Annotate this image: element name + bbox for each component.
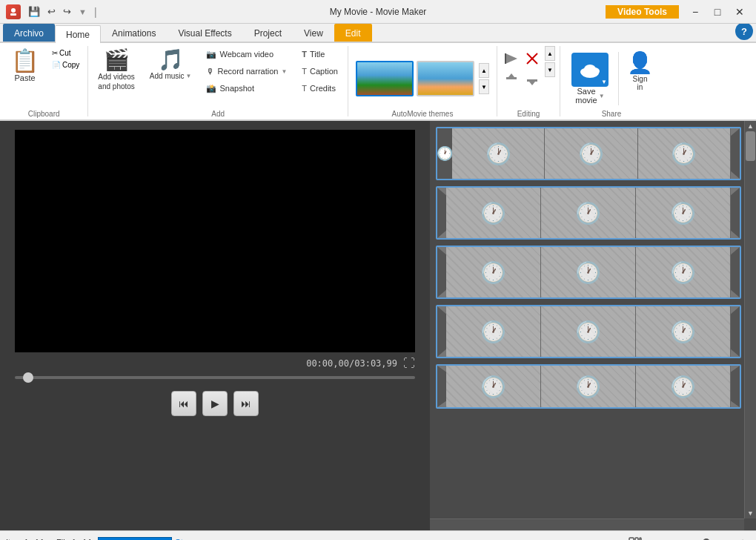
preview-area: 00:00,00/03:03,99 ⛶ ⏮ ▶ ⏭ <box>0 121 430 530</box>
themes-scroll-down[interactable]: ▼ <box>479 79 489 94</box>
narration-dropdown[interactable]: ▼ <box>281 68 287 75</box>
add-videos-icon: 🎬 <box>104 50 130 70</box>
save-to-cloud-button[interactable]: Save movie ▼ <box>565 49 615 108</box>
add-music-button[interactable]: 🎵 Add music ▼ <box>145 46 197 84</box>
editing-move-up-button[interactable] <box>502 70 521 89</box>
automovie-group-label: AutoMovie themes <box>348 108 497 119</box>
scroll-thumb[interactable] <box>746 131 755 161</box>
credits-icon: T <box>302 84 307 93</box>
editing-move-down-button[interactable] <box>523 70 542 89</box>
timeline-scrollbar-horizontal[interactable] <box>430 518 744 530</box>
svg-point-13 <box>584 65 596 73</box>
copy-button[interactable]: 📄 Copy <box>48 59 83 70</box>
scroll-down-arrow[interactable]: ▼ <box>745 508 756 518</box>
title-button[interactable]: T Title <box>296 46 343 62</box>
caption-button[interactable]: T Caption <box>296 63 343 79</box>
tab-archivo[interactable]: Archivo <box>3 24 55 42</box>
tab-view[interactable]: View <box>293 24 334 42</box>
sign-in-icon: 👤 <box>627 53 653 73</box>
snapshot-button[interactable]: 📸 Snapshot <box>201 80 292 96</box>
close-button[interactable]: ✕ <box>729 4 750 19</box>
editing-scroll-up[interactable]: ▲ <box>545 46 555 61</box>
svg-rect-6 <box>506 77 517 79</box>
svg-marker-9 <box>529 82 535 85</box>
zoom-in-button[interactable]: + <box>735 535 750 541</box>
window-title: My Movie - Movie Maker <box>330 7 427 17</box>
add-videos-button[interactable]: 🎬 Add videos and photos <box>93 46 140 95</box>
theme-sky[interactable] <box>356 61 414 96</box>
svg-rect-8 <box>527 79 537 82</box>
film-strip-3[interactable]: 🕐 🕐 🕐 <box>436 246 741 299</box>
scroll-up-arrow[interactable]: ▲ <box>745 121 756 131</box>
editing-group-label: Editing <box>497 108 560 119</box>
save-qat-button[interactable]: 💾 <box>25 4 43 19</box>
svg-marker-2 <box>505 53 517 64</box>
fullscreen-button[interactable]: ⛶ <box>403 357 415 370</box>
maximize-button[interactable]: □ <box>707 4 728 19</box>
playback-controls: ⏮ ▶ ⏭ <box>171 391 259 416</box>
storyboard-view-button[interactable] <box>627 534 643 541</box>
editing-scroll-down[interactable]: ▼ <box>545 62 555 77</box>
main-content: 00:00,00/03:03,99 ⛶ ⏮ ▶ ⏭ 🕐 🕐 <box>0 121 756 530</box>
paste-button[interactable]: 📋 Paste <box>4 46 45 86</box>
time-display: 00:00,00/03:03,99 <box>306 358 397 369</box>
stop-button[interactable]: Stop <box>175 538 192 541</box>
tab-home[interactable]: Home <box>55 25 101 43</box>
copy-icon: 📄 <box>52 61 61 69</box>
tab-animations[interactable]: Animations <box>101 24 167 42</box>
film-strip-4[interactable]: 🕐 🕐 🕐 <box>436 305 741 358</box>
ribbon-group-share: Save movie ▼ 👤 Sign in Share <box>560 43 663 119</box>
sign-in-button[interactable]: 👤 Sign in <box>622 49 658 108</box>
add-group-label: Add <box>88 108 348 119</box>
play-button[interactable]: ▶ <box>202 391 228 416</box>
file-count: File 1 of 1 Stop <box>56 537 192 541</box>
prev-frame-button[interactable]: ⏮ <box>171 391 196 416</box>
window-controls: − □ ✕ <box>685 4 750 19</box>
save-movie-dropdown[interactable]: ▼ <box>599 93 605 99</box>
minimize-button[interactable]: − <box>685 4 706 19</box>
cut-button[interactable]: ✂ Cut <box>48 47 83 59</box>
credits-button[interactable]: T Credits <box>296 80 343 96</box>
svg-marker-7 <box>508 73 514 77</box>
time-display-row: 00:00,00/03:03,99 ⛶ <box>15 357 415 370</box>
app-icon <box>6 4 21 19</box>
film-strip-5[interactable]: 🕐 🕐 🕐 <box>436 364 741 409</box>
svg-rect-15 <box>635 538 638 541</box>
svg-point-0 <box>11 8 16 13</box>
snapshot-icon: 📸 <box>206 84 216 93</box>
seek-bar[interactable] <box>15 376 415 379</box>
title-icon: T <box>302 50 307 59</box>
quick-access-toolbar: 💾 ↩ ↪ ▼ | <box>25 4 100 19</box>
next-frame-button[interactable]: ⏭ <box>233 391 259 416</box>
ribbon-group-editing: ▲ ▼ Editing <box>497 43 560 119</box>
ribbon: 📋 Paste ✂ Cut 📄 Copy Clipboard 🎬 Add vid… <box>0 43 756 121</box>
zoom-out-button[interactable]: − <box>649 535 664 541</box>
themes-scroll-up[interactable]: ▲ <box>479 63 489 78</box>
help-icon[interactable]: ? <box>735 22 753 40</box>
share-group-label: Share <box>560 108 663 119</box>
ribbon-group-add: 🎬 Add videos and photos 🎵 Add music ▼ 📷 … <box>88 43 348 119</box>
timeline-scrollbar-vertical[interactable]: ▲ ▼ <box>744 121 756 518</box>
video-tools-badge: Video Tools <box>606 5 679 19</box>
status-bar: Item 1 of 1 File 1 of 1 Stop − + <box>0 530 756 540</box>
webcam-video-button[interactable]: 📷 Webcam video <box>201 46 292 62</box>
caption-icon: T <box>302 67 307 76</box>
ribbon-tabs: Archivo Home Animations Visual Effects P… <box>0 24 756 43</box>
editing-cut-button[interactable] <box>523 49 542 68</box>
record-narration-button[interactable]: 🎙 Record narration ▼ <box>201 63 292 79</box>
tab-project[interactable]: Project <box>243 24 293 42</box>
svg-rect-1 <box>10 13 16 16</box>
film-strip-1[interactable]: 🕐 🕐 🕐 🕐 <box>436 127 741 180</box>
film-strip-2[interactable]: 🕐 🕐 🕐 <box>436 186 741 240</box>
tab-visual-effects[interactable]: Visual Effects <box>167 24 242 42</box>
seek-thumb[interactable] <box>23 372 33 383</box>
editing-trim-button[interactable] <box>502 49 521 68</box>
add-music-dropdown[interactable]: ▼ <box>186 73 192 79</box>
cut-icon: ✂ <box>52 49 58 57</box>
undo-qat-button[interactable]: ↩ <box>44 4 59 19</box>
ribbon-group-clipboard: 📋 Paste ✂ Cut 📄 Copy Clipboard <box>0 43 87 119</box>
redo-qat-button[interactable]: ↪ <box>60 4 74 19</box>
paste-icon: 📋 <box>11 50 39 72</box>
tab-edit[interactable]: Edit <box>334 24 372 42</box>
theme-beach[interactable] <box>417 61 474 96</box>
